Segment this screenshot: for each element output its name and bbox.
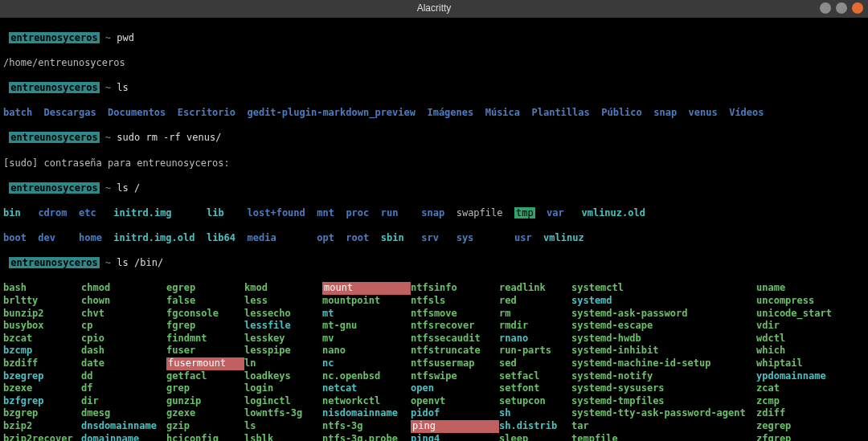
bin-item: lessfile [244,320,322,333]
bin-item: ls [244,420,322,433]
bin-item: busybox [3,320,81,333]
fs-item: var [547,207,564,218]
bin-item: dd [81,370,166,383]
bin-item: systemd-inhibit [571,345,756,357]
bin-item: tar [571,420,756,433]
fs-item: bin [3,207,21,218]
dir-item: Documentos [108,107,166,118]
bin-item: gzexe [166,407,244,420]
output-pwd: /home/entreunosyceros [3,57,865,70]
bin-item: ntfsinfo [411,282,499,295]
bin-item: zdiff [756,407,853,420]
minimize-icon[interactable] [820,2,831,14]
bin-item: fgrep [166,320,244,333]
fs-item: run [381,207,399,218]
bin-item: mount [322,282,411,295]
fs-item: dev [38,232,55,243]
bin-item: which [756,345,853,357]
bin-item: mt [322,308,411,321]
bin-item: bzexe [3,382,81,395]
bin-item: mountpoint [322,295,411,308]
bin-item: ln [244,357,322,370]
bin-item: brltty [3,295,81,308]
fs-item: snap [421,207,444,218]
bin-item: ping4 [411,433,499,441]
bin-item: networkctl [322,395,411,408]
bin-item: bunzip2 [3,308,81,321]
bin-item: red [499,295,571,308]
titlebar: Alacritty [0,0,868,18]
bin-item: ntfsusermap [411,357,499,370]
bin-item: kmod [244,282,322,295]
fs-item: srv [421,232,439,243]
bin-item: false [166,295,244,308]
bin-item: loadkeys [244,370,322,383]
bin-item: dmesg [81,407,166,420]
bin-item: systemd-escape [571,320,756,333]
prompt-line: entreunosyceros ~ pwd [3,32,865,45]
bin-item: df [81,382,166,395]
dir-item: Imágenes [427,107,473,118]
bin-item: rnano [499,333,571,345]
bin-item: lesspipe [244,345,322,357]
bin-item: readlink [499,282,571,295]
fs-item: sbin [381,232,404,243]
dir-item: Música [485,107,520,118]
bin-item: sh [499,407,571,420]
bin-item: zfgrep [756,433,853,441]
bin-item: dash [81,345,166,357]
bin-item: systemd-notify [571,370,756,383]
bin-item: lessecho [244,308,322,321]
bin-item: zegrep [756,420,853,433]
bin-item: ntfs-3g [322,420,411,433]
dir-item: Descargas [44,107,96,118]
bin-item: vdir [756,320,853,333]
bin-item: mv [322,333,411,345]
dir-item: Público [601,107,642,118]
fs-item: home [79,232,102,243]
prompt-user: entreunosyceros [9,32,99,43]
bin-item: zcat [756,382,853,395]
terminal[interactable]: entreunosyceros ~ pwd /home/entreunosyce… [0,18,868,441]
close-icon[interactable] [852,2,863,14]
fs-item: sys [457,232,474,243]
bin-item: chown [81,295,166,308]
bin-item: systemd-hwdb [571,333,756,345]
fs-item: vmlinuz.old [581,207,645,218]
fs-item: root [346,232,369,243]
bin-item: domainname [81,433,166,441]
bin-item: login [244,382,322,395]
bin-item: cpio [81,333,166,345]
bin-item: bzdiff [3,357,81,370]
bin-item: ping [411,420,499,433]
output-ls-root-2: boot dev home initrd.img.old lib64 media… [3,232,865,245]
bin-item: zcmp [756,395,853,408]
bin-item: loginctl [244,395,322,408]
bin-item: sh.distrib [499,420,571,433]
bin-item: gunzip [166,395,244,408]
bin-item: chvt [81,308,166,321]
dir-item: Vídeos [729,107,764,118]
bin-item: ntfsls [411,295,499,308]
bin-item: bzgrep [3,407,81,420]
prompt-line: entreunosyceros ~ ls / [3,182,865,195]
bin-item: grep [166,382,244,395]
fs-item: proc [346,207,369,218]
bin-item: systemd-tty-ask-password-agent [571,407,756,420]
bin-item: ntfstruncate [411,345,499,357]
bin-item: systemd-sysusers [571,382,756,395]
cmd-ls: ls [117,82,128,93]
bin-item: egrep [166,282,244,295]
dir-item: batch [3,107,32,118]
bin-item: unicode_start [756,308,853,321]
bin-item: ntfsmove [411,308,499,321]
bin-item: fuser [166,345,244,357]
bin-item: gzip [166,420,244,433]
maximize-icon[interactable] [836,2,847,14]
window-controls [820,2,863,14]
fs-item: lost+found [248,207,305,218]
fs-item: initrd.img [113,207,171,218]
output-ls-home: batch Descargas Documentos Escritorio ge… [3,107,865,120]
bin-item: nc.openbsd [322,370,411,383]
prompt-line: entreunosyceros ~ sudo rm -rf venus/ [3,132,865,145]
